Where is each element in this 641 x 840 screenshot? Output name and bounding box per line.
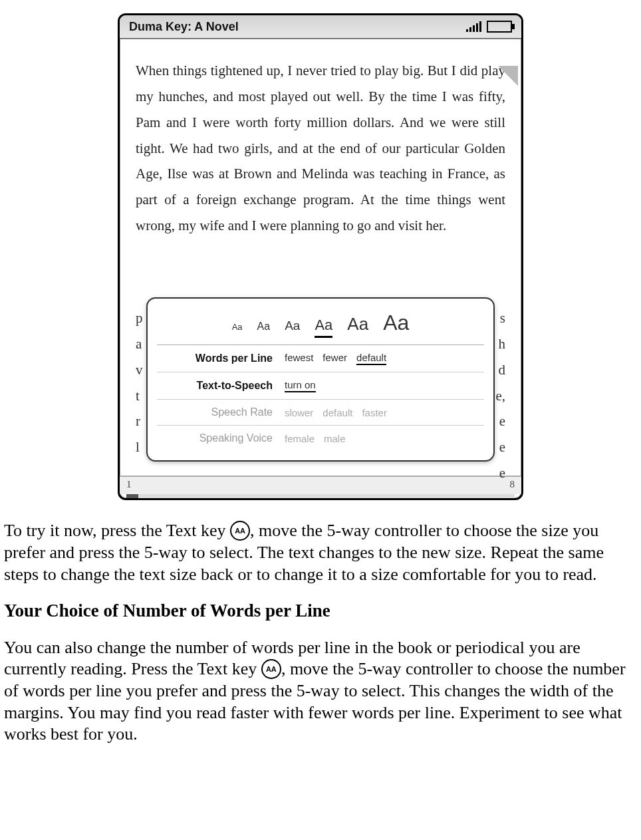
- heading-words-per-line: Your Choice of Number of Words per Line: [4, 600, 637, 623]
- font-size-row: Aa Aa Aa Aa Aa Aa: [157, 307, 484, 345]
- status-icons: [466, 21, 512, 33]
- font-size-2[interactable]: Aa: [257, 321, 271, 333]
- reader-body: When things tightened up, I never tried …: [120, 39, 521, 476]
- wpl-default[interactable]: default: [356, 352, 386, 365]
- wpl-fewer[interactable]: fewer: [322, 352, 347, 365]
- font-size-6[interactable]: Aa: [383, 311, 409, 335]
- document-body: To try it now, press the Text key AA, mo…: [0, 520, 641, 746]
- book-title: Duma Key: A Novel: [129, 20, 239, 34]
- kindle-screenshot: Duma Key: A Novel When things tightened …: [118, 13, 523, 500]
- text-key-icon: AA: [261, 659, 281, 679]
- rate-default: default: [322, 407, 352, 418]
- progress-bar: [126, 494, 515, 498]
- wpl-fewest[interactable]: fewest: [285, 352, 313, 365]
- rate-faster: faster: [362, 407, 387, 418]
- font-size-4[interactable]: Aa: [315, 317, 332, 338]
- dog-ear-icon: [498, 66, 518, 86]
- speech-rate-label: Speech Rate: [160, 406, 273, 418]
- speaking-voice-row: Speaking Voice female male: [157, 426, 484, 451]
- speech-rate-row: Speech Rate slower default faster: [157, 400, 484, 426]
- progress-left: 1: [126, 479, 132, 490]
- progress-right: 8: [510, 479, 515, 490]
- kindle-topbar: Duma Key: A Novel: [120, 15, 521, 39]
- text-to-speech-row: Text-to-Speech turn on: [157, 372, 484, 400]
- tts-turn-on[interactable]: turn on: [285, 379, 316, 392]
- voice-female: female: [285, 433, 315, 444]
- battery-icon: [487, 21, 512, 33]
- paragraph-1: To try it now, press the Text key AA, mo…: [4, 520, 637, 585]
- voice-male: male: [324, 433, 346, 444]
- reader-paragraph: When things tightened up, I never tried …: [136, 58, 505, 239]
- text-key-icon: AA: [230, 521, 250, 541]
- voice-label: Speaking Voice: [160, 432, 273, 444]
- tts-label: Text-to-Speech: [160, 380, 273, 392]
- paragraph-2: You can also change the number of words …: [4, 637, 637, 746]
- text-settings-popup: Aa Aa Aa Aa Aa Aa Words per Line fewest …: [146, 297, 495, 462]
- words-per-line-label: Words per Line: [160, 352, 273, 364]
- signal-icon: [466, 21, 481, 32]
- font-size-5[interactable]: Aa: [347, 314, 368, 335]
- font-size-3[interactable]: Aa: [285, 319, 300, 333]
- words-per-line-row: Words per Line fewest fewer default: [157, 345, 484, 372]
- rate-slower: slower: [285, 407, 313, 418]
- font-size-1[interactable]: Aa: [232, 322, 243, 332]
